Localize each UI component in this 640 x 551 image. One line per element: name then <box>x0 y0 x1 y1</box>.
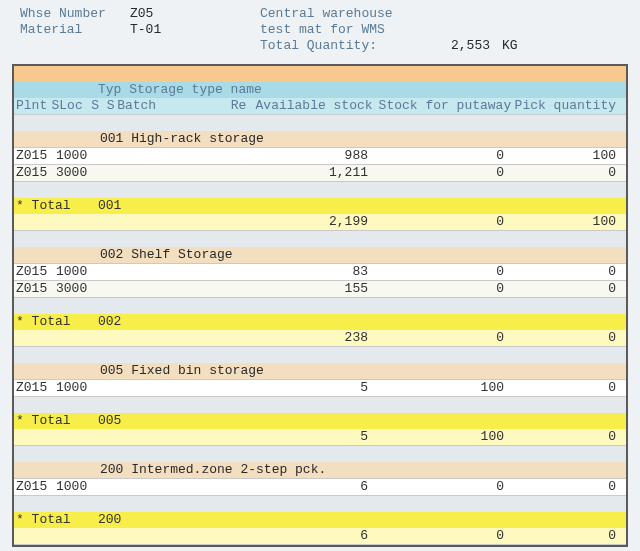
spacer <box>130 429 258 445</box>
total-label-row: * Total001 <box>14 198 626 214</box>
cell-batch <box>130 148 258 164</box>
col-sloc: SLoc <box>51 98 88 114</box>
spacer <box>56 528 98 544</box>
spacer <box>98 528 130 544</box>
cell-sts <box>98 264 130 280</box>
col-put: Stock for putaway <box>379 98 515 114</box>
total-values-row: 2,1990100 <box>14 214 626 231</box>
cell-avail: 155 <box>286 281 374 297</box>
spacer <box>98 429 130 445</box>
total-typ: 002 <box>98 314 121 330</box>
cell-avail: 6 <box>286 479 374 495</box>
spacer <box>14 363 56 379</box>
storage-type-code: 002 Shelf Storage <box>98 247 233 263</box>
total-label: * Total <box>14 413 98 429</box>
total-label: * Total <box>14 314 98 330</box>
cell-pick: 0 <box>510 264 626 280</box>
cell-plnt: Z015 <box>14 148 56 164</box>
cell-sloc: 1000 <box>56 148 98 164</box>
spacer <box>14 462 56 478</box>
data-row: Z015300015500 <box>14 281 626 298</box>
report-header: Whse Number Z05 Central warehouse Materi… <box>0 0 640 56</box>
total-spacer <box>14 496 626 512</box>
spacer <box>258 214 286 230</box>
cell-pick: 0 <box>510 380 626 396</box>
cell-batch <box>130 281 258 297</box>
total-typ: 001 <box>98 198 121 214</box>
total-avail: 238 <box>286 330 374 346</box>
cell-pick: 0 <box>510 165 626 181</box>
cell-put: 100 <box>374 380 510 396</box>
cell-put: 0 <box>374 264 510 280</box>
storage-type-code: 005 Fixed bin storage <box>98 363 264 379</box>
total-typ: 200 <box>98 512 121 528</box>
material-desc: test mat for WMS <box>260 22 385 38</box>
col-sts: S S <box>89 98 117 114</box>
total-qty-value: 2,553 <box>390 38 502 54</box>
storage-type-header: 001 High-rack storage <box>14 131 626 148</box>
total-avail: 2,199 <box>286 214 374 230</box>
data-row: Z015100051000 <box>14 380 626 397</box>
grid-typ-header: Typ Storage type name <box>14 82 626 98</box>
spacer <box>258 429 286 445</box>
cell-sloc: 1000 <box>56 479 98 495</box>
data-row: Z01510009880100 <box>14 148 626 165</box>
spacer <box>14 330 56 346</box>
cell-re <box>258 479 286 495</box>
cell-sts <box>98 281 130 297</box>
total-avail: 6 <box>286 528 374 544</box>
data-row: Z01530001,21100 <box>14 165 626 182</box>
col-avail: Available stock <box>256 98 379 114</box>
spacer <box>98 330 130 346</box>
cell-batch <box>130 165 258 181</box>
col-pick: Pick quantity <box>515 98 626 114</box>
total-put: 100 <box>374 429 510 445</box>
total-put: 0 <box>374 330 510 346</box>
cell-pick: 0 <box>510 281 626 297</box>
total-pick: 0 <box>510 330 626 346</box>
total-label-row: * Total002 <box>14 314 626 330</box>
cell-pick: 0 <box>510 479 626 495</box>
total-qty-uom: KG <box>502 38 542 54</box>
cell-batch <box>130 380 258 396</box>
total-label: * Total <box>14 512 98 528</box>
spacer <box>14 131 56 147</box>
groups-container: 001 High-rack storageZ01510009880100Z015… <box>14 115 626 545</box>
spacer <box>56 247 98 263</box>
storage-type-header: 005 Fixed bin storage <box>14 363 626 380</box>
group-spacer <box>14 231 626 247</box>
cell-avail: 988 <box>286 148 374 164</box>
cell-batch <box>130 264 258 280</box>
report-grid: Typ Storage type name Plnt SLoc S S Batc… <box>12 64 628 547</box>
storage-type-header: 002 Shelf Storage <box>14 247 626 264</box>
cell-avail: 1,211 <box>286 165 374 181</box>
cell-avail: 5 <box>286 380 374 396</box>
material-value: T-01 <box>130 22 260 38</box>
total-typ: 005 <box>98 413 121 429</box>
total-avail: 5 <box>286 429 374 445</box>
cell-sloc: 1000 <box>56 264 98 280</box>
spacer <box>14 214 56 230</box>
cell-re <box>258 281 286 297</box>
spacer <box>130 528 258 544</box>
cell-avail: 83 <box>286 264 374 280</box>
whse-number-desc: Central warehouse <box>260 6 393 22</box>
cell-sloc: 1000 <box>56 380 98 396</box>
cell-re <box>258 264 286 280</box>
total-values-row: 51000 <box>14 429 626 446</box>
spacer <box>56 330 98 346</box>
whse-number-value: Z05 <box>130 6 260 22</box>
total-pick: 0 <box>510 429 626 445</box>
whse-number-label: Whse Number <box>20 6 130 22</box>
group-spacer <box>14 446 626 462</box>
total-label-row: * Total005 <box>14 413 626 429</box>
col-re: Re <box>231 98 256 114</box>
grid-orange-spacer <box>14 66 626 82</box>
spacer <box>56 131 98 147</box>
cell-sts <box>98 148 130 164</box>
cell-plnt: Z015 <box>14 479 56 495</box>
total-spacer <box>14 182 626 198</box>
storage-type-header: 200 Intermed.zone 2-step pck. <box>14 462 626 479</box>
col-batch: Batch <box>117 98 231 114</box>
total-put: 0 <box>374 528 510 544</box>
